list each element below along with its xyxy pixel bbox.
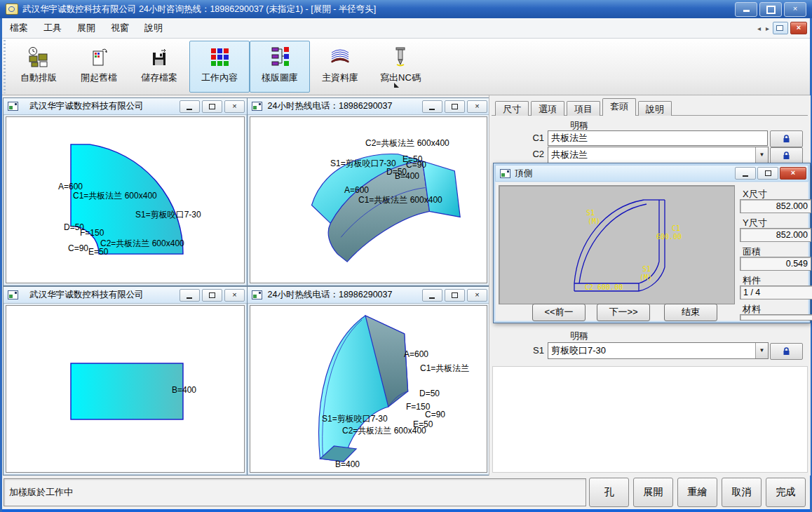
child-minimize-button[interactable] [422, 100, 442, 113]
lock-icon [782, 151, 791, 161]
c1-lock-button[interactable] [770, 130, 803, 147]
toolbar-overflow-indicator[interactable] [394, 83, 399, 88]
s1-name-combobox[interactable]: 剪板咬口7-30 ▼ [548, 342, 769, 359]
drawing-canvas[interactable]: A=600 C1=共板法兰 D=50 F=150 C=90 E=50 S1=剪板… [250, 305, 487, 473]
drawing-canvas[interactable]: C2=共板法兰 600x400 S1=剪板咬口7-30 E=50 C=90 D=… [250, 116, 487, 283]
preview-label-c2: C2 600.00 [585, 283, 623, 291]
menu-window[interactable]: 視窗 [103, 19, 137, 37]
write-nc-code-icon [388, 46, 412, 68]
menu-file[interactable]: 檔案 [2, 19, 36, 37]
pattern-preview[interactable]: S1 (M) C1 600.00 S1 (M) C2 600.00 [499, 185, 735, 304]
child-maximize-button[interactable] [445, 100, 465, 113]
child-maximize-button[interactable] [202, 100, 222, 113]
drawing-canvas[interactable]: A=600 C1=共板法兰 600x400 S1=剪板咬口7-30 D=50 F… [6, 116, 245, 283]
application-window: 武汉华宇诚数控科技有限公司 24小时咨询热线：18986290037 (未指定1… [0, 0, 812, 512]
mdi-window-3d-view-2: 24小时热线电话：18986290037 × [247, 286, 490, 476]
top-side-dialog: 頂側 × [493, 163, 811, 323]
dialog-minimize-button[interactable] [735, 167, 756, 180]
menu-unfold[interactable]: 展開 [69, 19, 103, 37]
child-titlebar[interactable]: 武汉华宇诚数控科技有限公司 × [4, 98, 247, 115]
child-restore-button[interactable] [773, 22, 788, 34]
toolbar-write-nc-button[interactable]: 寫出NC碼 [370, 41, 431, 93]
toolbar-button-label: 開起舊檔 [81, 72, 117, 84]
dim-label: S1=剪板咬口7-30 [135, 210, 201, 219]
child-titlebar[interactable]: 24小时热线电话：18986290037 × [248, 287, 489, 304]
close-icon: × [475, 102, 479, 110]
toolbar-button-label: 主資料庫 [322, 72, 358, 84]
dialog-close-button[interactable]: × [780, 167, 806, 180]
preview-label-c1: C1 [672, 224, 680, 232]
s1-lock-button[interactable] [770, 343, 803, 360]
menu-help[interactable]: 說明 [137, 19, 170, 37]
preview-label-m: (M) [588, 217, 600, 225]
tab-help[interactable]: 說明 [638, 101, 672, 116]
dialog-maximize-button[interactable] [757, 167, 778, 180]
dim-label: C2=共板法兰 600x400 [342, 426, 426, 435]
child-minimize-button[interactable] [180, 100, 200, 113]
chevron-down-icon[interactable]: ▼ [755, 147, 768, 163]
template-library-icon [268, 46, 292, 68]
nav-forward-icon[interactable]: ▸ [764, 25, 771, 32]
redraw-button[interactable]: 重繪 [677, 478, 717, 507]
dialog-titlebar[interactable]: 頂側 × [495, 165, 808, 182]
close-icon: × [232, 290, 236, 299]
child-close-button[interactable]: × [224, 100, 245, 113]
c1-name-field[interactable]: 共板法兰 [548, 130, 768, 146]
maximize-button[interactable] [759, 2, 782, 17]
part-value: 1 / 4 [740, 285, 812, 299]
chevron-down-icon[interactable]: ▼ [755, 343, 768, 358]
dialog-title: 頂側 [515, 168, 532, 180]
dim-label: E=50 [88, 248, 108, 256]
finish-main-button[interactable]: 完成 [766, 478, 806, 507]
tab-items[interactable]: 項目 [567, 101, 600, 116]
toolbar-template-library-button[interactable]: 樣版圖庫 [250, 41, 310, 93]
toolbar-open-file-button[interactable]: 開起舊檔 [69, 41, 129, 93]
next-button[interactable]: 下一>> [597, 304, 650, 321]
child-close-button[interactable]: × [467, 100, 487, 113]
toolbar-auto-nest-button[interactable]: 自動排版 [8, 41, 69, 93]
child-close-button[interactable]: × [224, 289, 245, 302]
toolbar-save-file-button[interactable]: 儲存檔案 [129, 41, 189, 93]
child-minimize-button[interactable] [180, 289, 200, 302]
toolbar-main-database-button[interactable]: 主資料庫 [310, 41, 370, 93]
drawing-canvas[interactable]: B=400 [6, 305, 245, 473]
rectangle-pattern-drawing [6, 306, 244, 472]
toolbar-button-label: 寫出NC碼 [380, 72, 421, 84]
tab-size[interactable]: 尺寸 [495, 101, 529, 116]
preview-label-s1: S1 [586, 209, 595, 217]
unfold-button[interactable]: 展開 [633, 478, 673, 507]
cancel-button[interactable]: 取消 [722, 478, 762, 507]
child-titlebar[interactable]: 武汉华宇诚数控科技有限公司 × [4, 287, 247, 304]
close-button[interactable]: × [784, 2, 806, 17]
tab-connectors[interactable]: 套頭 [602, 98, 636, 116]
dim-label: C1=共板法兰 600x400 [358, 196, 442, 204]
menu-tools[interactable]: 工具 [36, 19, 69, 37]
material-value [740, 314, 812, 321]
c2-name-value: 共板法兰 [548, 147, 755, 163]
tab-options[interactable]: 選項 [531, 101, 564, 116]
work-content-icon [208, 46, 231, 68]
nav-back-icon[interactable]: ◂ [756, 25, 762, 32]
hole-button[interactable]: 孔 [589, 478, 629, 507]
child-close-button[interactable]: × [467, 289, 487, 302]
child-titlebar[interactable]: 24小时热线电话：18986290037 × [248, 98, 489, 115]
previous-button[interactable]: <<前一 [532, 304, 586, 321]
toolbar-work-content-button[interactable]: 工作內容 [189, 41, 250, 93]
c2-lock-button[interactable] [770, 147, 803, 164]
titlebar: 武汉华宇诚数控科技有限公司 24小时咨询热线：18986290037 (未指定1… [0, 0, 812, 18]
child-maximize-button[interactable] [445, 289, 465, 302]
toolbar-gripper[interactable] [4, 40, 6, 93]
c2-name-combobox[interactable]: 共板法兰 ▼ [548, 147, 769, 163]
mdi-window-3d-view-1: 24小时热线电话：18986290037 × C2=共板 [247, 97, 490, 286]
child-close-button[interactable]: × [790, 22, 807, 34]
child-window-title: 武汉华宇诚数控科技有限公司 [4, 289, 170, 301]
child-window-title: 24小时热线电话：18986290037 [248, 289, 412, 301]
finish-button[interactable]: 结束 [664, 304, 717, 321]
close-icon: × [232, 102, 236, 110]
child-minimize-button[interactable] [422, 289, 442, 302]
dim-label: S1=剪板咬口7-30 [322, 415, 388, 423]
child-maximize-button[interactable] [202, 289, 222, 302]
minimize-button[interactable] [735, 2, 757, 17]
app-icon [6, 4, 18, 15]
auto-nest-icon [27, 46, 50, 68]
